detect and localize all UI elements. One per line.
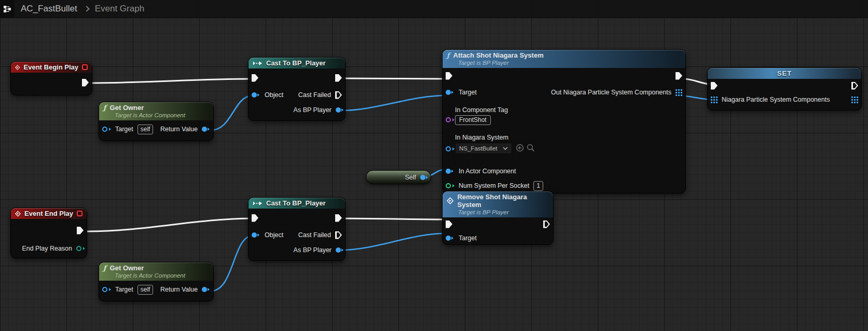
- wire-getowner1-object: [211, 95, 253, 130]
- pin-label: Out Niagara Particle System Components: [551, 89, 671, 96]
- wire-exec-beginplay-cast1: [90, 79, 252, 83]
- blueprint-graph-icon: [0, 0, 15, 18]
- node-title: Get Owner: [110, 104, 144, 112]
- node-title: Get Owner: [110, 264, 144, 272]
- exec-out-pin[interactable]: [82, 79, 89, 87]
- wire-asplayer-target-attach: [341, 95, 446, 111]
- node-get-owner-1[interactable]: ƒ Get Owner Target is Actor Component Ta…: [99, 102, 214, 141]
- use-selected-asset-icon[interactable]: [516, 144, 524, 152]
- exec-in-pin[interactable]: [711, 82, 718, 90]
- pin-label: Target: [115, 286, 133, 293]
- pin-label: Cast Failed: [298, 231, 331, 239]
- exec-in-pin[interactable]: [446, 220, 452, 228]
- exec-in-pin[interactable]: [446, 72, 452, 80]
- pin-label: Target: [115, 126, 133, 133]
- variable-label: Niagara Particle System Components: [722, 96, 830, 103]
- chevron-down-icon: [503, 147, 508, 150]
- exec-out-pin[interactable]: [543, 220, 550, 228]
- object-pin[interactable]: [252, 92, 257, 98]
- cast-icon: [253, 200, 263, 206]
- cast-icon: [253, 60, 263, 66]
- node-event-end-play[interactable]: Event End Play End Play Reason: [10, 208, 87, 258]
- actor-component-pin[interactable]: [446, 169, 451, 174]
- node-title: Cast To BP_Player: [266, 199, 326, 207]
- node-remove-shot-niagara-system[interactable]: Remove Shot Niagara System Target is BP …: [442, 191, 554, 245]
- node-cast-to-bp-player-2[interactable]: Cast To BP_Player Object Cast Failed As …: [248, 197, 346, 261]
- node-subtitle: Target is Actor Component: [115, 112, 209, 118]
- node-subtitle: Target is BP Player: [458, 60, 681, 66]
- chevron-right-icon: [84, 6, 89, 11]
- self-output-pin[interactable]: [420, 175, 425, 180]
- dropdown-value: NS_FastBullet: [459, 145, 498, 151]
- exec-in-pin[interactable]: [252, 74, 258, 82]
- node-title: Attach Shot Niagara System: [453, 51, 544, 59]
- cast-failed-exec-pin[interactable]: [335, 91, 342, 99]
- return-value-pin[interactable]: [202, 127, 207, 132]
- function-icon: ƒ: [103, 104, 106, 111]
- target-value-box[interactable]: self: [137, 285, 154, 295]
- debug-breakpoint-icon[interactable]: [82, 64, 88, 70]
- pin-label: Object: [265, 231, 283, 239]
- target-pin[interactable]: [446, 236, 451, 241]
- return-value-pin[interactable]: [202, 287, 207, 292]
- num-per-socket-value-box[interactable]: 1: [533, 181, 543, 191]
- pin-label: Cast Failed: [298, 91, 331, 99]
- exec-in-pin[interactable]: [252, 214, 258, 222]
- function-icon: ƒ: [447, 52, 450, 59]
- exec-out-pin[interactable]: [335, 74, 342, 82]
- node-get-owner-2[interactable]: ƒ Get Owner Target is Actor Component Ta…: [99, 262, 214, 301]
- node-title: Remove Shot Niagara System: [457, 193, 549, 209]
- node-title: Cast To BP_Player: [266, 59, 326, 67]
- target-pin[interactable]: [446, 90, 451, 95]
- event-icon: [15, 64, 20, 71]
- wire-exec-cast1-attach: [342, 78, 446, 79]
- node-event-begin-play[interactable]: Event Begin Play: [10, 61, 92, 95]
- array-in-pin[interactable]: [711, 96, 718, 103]
- debug-breakpoint-icon[interactable]: [77, 211, 82, 216]
- object-pin[interactable]: [252, 232, 257, 238]
- end-play-reason-pin[interactable]: [76, 246, 81, 251]
- target-value-box[interactable]: self: [137, 125, 154, 134]
- node-subtitle: Target is Actor Component: [115, 272, 209, 279]
- array-out-pin[interactable]: [851, 96, 858, 103]
- node-cast-to-bp-player-1[interactable]: Cast To BP_Player Object Cast Failed As …: [248, 57, 346, 121]
- pin-label: Target: [459, 235, 477, 242]
- node-attach-shot-niagara-system[interactable]: ƒ Attach Shot Niagara System Target is B…: [442, 49, 686, 194]
- array-out-pin[interactable]: [676, 89, 682, 96]
- wire-asplayer-target-remove: [340, 233, 445, 250]
- node-title: Event Begin Play: [24, 63, 78, 71]
- wire-exec-endplay-cast2: [87, 218, 252, 231]
- breadcrumb-blueprint[interactable]: AC_FastBullet: [21, 4, 77, 14]
- target-pin[interactable]: [102, 287, 107, 292]
- target-pin[interactable]: [102, 127, 107, 132]
- node-title: SET: [777, 70, 792, 77]
- pin-label: Target: [459, 89, 477, 96]
- component-tag-pin[interactable]: [446, 117, 451, 122]
- exec-out-pin[interactable]: [77, 227, 84, 235]
- pin-label: Return Value: [160, 126, 198, 133]
- exec-out-pin[interactable]: [335, 214, 342, 222]
- node-subtitle: Target is BP Player: [458, 209, 549, 215]
- pin-label: As BP Player: [294, 246, 332, 254]
- as-bp-player-pin[interactable]: [336, 107, 341, 113]
- exec-out-pin[interactable]: [851, 82, 858, 90]
- as-bp-player-pin[interactable]: [336, 247, 341, 253]
- exec-out-pin[interactable]: [676, 72, 682, 80]
- niagara-system-pin[interactable]: [446, 146, 451, 151]
- pin-label: End Play Reason: [22, 245, 72, 252]
- browse-search-icon[interactable]: [527, 144, 535, 152]
- pin-label: In Component Tag: [455, 106, 508, 114]
- niagara-system-dropdown[interactable]: NS_FastBullet: [455, 143, 512, 154]
- component-tag-value-box[interactable]: FrontShot: [455, 115, 491, 125]
- pin-label: In Actor Component: [459, 168, 516, 175]
- node-title: Event End Play: [24, 210, 73, 217]
- node-self[interactable]: Self: [366, 170, 431, 184]
- cast-failed-exec-pin[interactable]: [335, 231, 342, 239]
- num-system-per-socket-pin[interactable]: [446, 183, 451, 188]
- self-label: Self: [405, 174, 416, 181]
- wire-exec-cast2-remove: [342, 218, 446, 219]
- breadcrumb-graph[interactable]: Event Graph: [95, 4, 144, 14]
- wire-getowner2-object: [211, 236, 253, 291]
- node-set-niagara-components[interactable]: SET Niagara Particle System Components: [707, 67, 862, 111]
- pin-label: Object: [265, 91, 283, 99]
